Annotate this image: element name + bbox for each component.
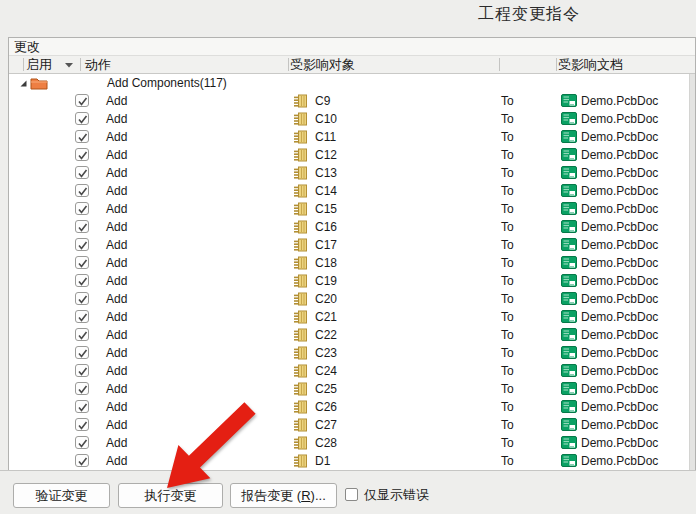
component-icon [293, 328, 308, 342]
checkmark-icon [77, 96, 89, 107]
change-row[interactable]: Add C12 To [9, 146, 695, 164]
row-enabled-checkbox[interactable] [75, 94, 89, 107]
execute-changes-button[interactable]: 执行变更 [118, 483, 223, 508]
object-label: C27 [315, 418, 337, 432]
object-label: C18 [315, 256, 337, 270]
document-label: Demo.PcbDoc [581, 184, 658, 198]
document-label: Demo.PcbDoc [581, 166, 658, 180]
change-row[interactable]: Add C22 To [9, 326, 695, 344]
component-group-row[interactable]: Add Components(117) [9, 74, 695, 92]
component-icon [293, 202, 308, 216]
row-enabled-checkbox[interactable] [75, 292, 89, 305]
row-enabled-checkbox[interactable] [75, 454, 89, 467]
report-label-post: )... [311, 488, 326, 503]
change-row[interactable]: Add C11 To [9, 128, 695, 146]
change-row[interactable]: Add C17 To [9, 236, 695, 254]
change-row[interactable]: Add C14 To [9, 182, 695, 200]
report-changes-button[interactable]: 报告变更 (R)... [230, 483, 337, 508]
change-row[interactable]: Add C21 To [9, 308, 695, 326]
row-enabled-checkbox[interactable] [75, 436, 89, 449]
component-icon [293, 346, 308, 360]
row-enabled-checkbox[interactable] [75, 418, 89, 431]
checkmark-icon [77, 222, 89, 233]
to-label: To [501, 346, 514, 360]
change-row[interactable]: Add C24 To [9, 362, 695, 380]
row-enabled-checkbox[interactable] [75, 148, 89, 161]
only-show-errors-checkbox[interactable] [345, 488, 358, 501]
component-icon [293, 256, 308, 270]
to-label: To [501, 202, 514, 216]
column-header-affected-object[interactable]: 受影响对象 [290, 57, 355, 73]
change-row[interactable]: Add C19 To [9, 272, 695, 290]
row-enabled-checkbox[interactable] [75, 310, 89, 323]
object-label: C26 [315, 400, 337, 414]
change-row[interactable]: Add C13 To [9, 164, 695, 182]
pcbdoc-icon [561, 148, 577, 161]
column-header-action[interactable]: 动作 [85, 57, 111, 73]
document-label: Demo.PcbDoc [581, 382, 658, 396]
to-label: To [501, 364, 514, 378]
pcbdoc-icon [561, 364, 577, 377]
scrollbar-track[interactable] [689, 74, 695, 470]
row-enabled-checkbox[interactable] [75, 256, 89, 269]
change-row[interactable]: Add C26 To [9, 398, 695, 416]
document-label: Demo.PcbDoc [581, 256, 658, 270]
change-row[interactable]: Add C15 To [9, 200, 695, 218]
column-header-enabled[interactable]: 启用 [26, 57, 52, 73]
action-label: Add [106, 292, 127, 306]
changes-section-label: 更改 [14, 39, 40, 54]
row-enabled-checkbox[interactable] [75, 346, 89, 359]
change-row[interactable]: Add C16 To [9, 218, 695, 236]
component-icon [293, 130, 308, 144]
component-icon [293, 274, 308, 288]
action-label: Add [106, 274, 127, 288]
checkmark-icon [77, 312, 89, 323]
change-row[interactable]: Add C23 To [9, 344, 695, 362]
change-row[interactable]: Add C18 To [9, 254, 695, 272]
column-divider [80, 58, 81, 71]
change-row[interactable]: Add C25 To [9, 380, 695, 398]
pcbdoc-icon [561, 256, 577, 269]
change-row[interactable]: Add C20 To [9, 290, 695, 308]
row-enabled-checkbox[interactable] [75, 238, 89, 251]
checkmark-icon [77, 186, 89, 197]
pcbdoc-icon [561, 292, 577, 305]
to-label: To [501, 382, 514, 396]
document-label: Demo.PcbDoc [581, 220, 658, 234]
row-enabled-checkbox[interactable] [75, 166, 89, 179]
action-label: Add [106, 184, 127, 198]
row-enabled-checkbox[interactable] [75, 130, 89, 143]
pcbdoc-icon [561, 238, 577, 251]
action-label: Add [106, 148, 127, 162]
row-enabled-checkbox[interactable] [75, 274, 89, 287]
object-label: C19 [315, 274, 337, 288]
row-enabled-checkbox[interactable] [75, 400, 89, 413]
change-row[interactable]: Add D1 To [9, 452, 695, 470]
change-row[interactable]: Add C10 To [9, 110, 695, 128]
row-enabled-checkbox[interactable] [75, 364, 89, 377]
row-enabled-checkbox[interactable] [75, 112, 89, 125]
to-label: To [501, 418, 514, 432]
to-label: To [501, 148, 514, 162]
action-label: Add [106, 256, 127, 270]
tree-expand-icon[interactable] [19, 79, 28, 88]
change-row[interactable]: Add C9 To [9, 92, 695, 110]
filter-dropdown-icon[interactable] [65, 63, 74, 68]
action-label: Add [106, 94, 127, 108]
change-row[interactable]: Add C27 To [9, 416, 695, 434]
object-label: C11 [315, 130, 336, 144]
dialog-title: 工程变更指令 [478, 4, 580, 25]
row-enabled-checkbox[interactable] [75, 220, 89, 233]
row-enabled-checkbox[interactable] [75, 328, 89, 341]
column-divider [23, 58, 24, 71]
action-label: Add [106, 130, 127, 144]
checkmark-icon [77, 240, 89, 251]
change-row[interactable]: Add C28 To [9, 434, 695, 452]
component-icon [293, 166, 308, 180]
pcbdoc-icon [561, 418, 577, 431]
column-header-affected-document[interactable]: 受影响文档 [558, 57, 623, 73]
row-enabled-checkbox[interactable] [75, 382, 89, 395]
row-enabled-checkbox[interactable] [75, 184, 89, 197]
validate-changes-button[interactable]: 验证变更 [13, 483, 110, 508]
row-enabled-checkbox[interactable] [75, 202, 89, 215]
